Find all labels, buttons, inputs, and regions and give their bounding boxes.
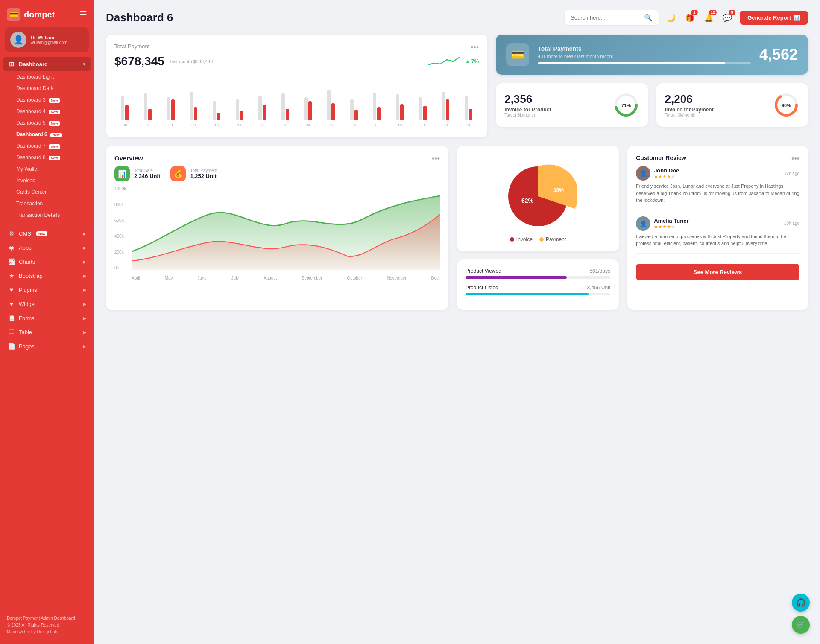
- total-sale-icon: 📊: [114, 166, 130, 181]
- sidebar-item-charts[interactable]: 📈 Charts ▶: [3, 255, 91, 268]
- sidebar-sub-my-wallet[interactable]: My Wallet: [3, 163, 91, 175]
- sidebar-sub-invoices[interactable]: Invoices: [3, 175, 91, 186]
- reviewer-name-1: Amelia Tuner: [654, 218, 781, 224]
- apps-icon: ◉: [8, 244, 15, 251]
- invoice-payment-donut: 90%: [773, 92, 800, 118]
- product-viewed-label: Product Viewed: [466, 268, 501, 274]
- see-more-reviews-button[interactable]: See More Reviews: [636, 264, 800, 280]
- bell-notification-button[interactable]: 🔔 12: [702, 12, 715, 24]
- bar-light: [327, 90, 331, 120]
- sidebar-item-table[interactable]: ☰ Table ▶: [3, 325, 91, 339]
- blue-card-number: 4,562: [759, 46, 798, 64]
- bar-group: [366, 93, 387, 120]
- sidebar-sub-dashboard-dark[interactable]: Dashboard Dark: [3, 83, 91, 94]
- sidebar-item-pages[interactable]: 📄 Pages ▶: [3, 339, 91, 353]
- svg-text:38%: 38%: [554, 187, 564, 193]
- cart-float-button[interactable]: 🛒: [792, 616, 810, 634]
- bar-x-label: 08: [160, 123, 181, 127]
- bar-group: [390, 94, 410, 120]
- sidebar-sub-dashboard-3[interactable]: Dashboard 3 New: [3, 94, 91, 105]
- total-payment-stat-icon: 💰: [170, 166, 186, 181]
- user-card[interactable]: 👤 Hi, William william@gmail.com: [5, 27, 89, 52]
- total-sale-stat: 📊 Total Sale 2,346 Unit: [114, 166, 160, 181]
- footer-brand: Dompet Payment Admin Dashboard: [7, 615, 87, 622]
- bar-red: [263, 105, 266, 120]
- sidebar-sub-dashboard-6[interactable]: Dashboard 6 New: [3, 129, 91, 140]
- overview-more-options[interactable]: •••: [432, 154, 440, 163]
- sidebar-item-label: Apps: [19, 245, 32, 251]
- sidebar-sub-dashboard-5[interactable]: Dashboard 5 New: [3, 117, 91, 128]
- sidebar-sub-transaction-details[interactable]: Transaction Details: [3, 210, 91, 221]
- sidebar-item-label: Plugins: [19, 287, 37, 293]
- generate-report-button[interactable]: Generate Report 📊: [740, 11, 808, 25]
- bar-group: [183, 92, 204, 121]
- product-viewed-stat: Product Viewed 561/days: [466, 268, 610, 279]
- sidebar-sub-transaction[interactable]: Transaction: [3, 198, 91, 209]
- bar-red: [400, 104, 404, 120]
- bar-chart-wrapper: 06070809101112131415161718192021: [114, 73, 479, 129]
- area-chart-svg: [132, 186, 440, 270]
- theme-toggle-button[interactable]: 🌙: [665, 12, 677, 24]
- hamburger-icon[interactable]: ☰: [79, 9, 87, 20]
- headset-float-button[interactable]: 🎧: [792, 594, 810, 612]
- bar-x-label: 19: [412, 123, 433, 127]
- user-email: william@gmail.com: [31, 40, 67, 45]
- sidebar-item-widget[interactable]: ♥ Widget ▶: [3, 297, 91, 311]
- total-payment-card: Total Payment ••• $678,345 last month $5…: [106, 35, 487, 137]
- logo-icon: 💳: [7, 8, 20, 21]
- reviewer-name-0: John Doe: [654, 167, 782, 174]
- bar-light: [396, 94, 399, 120]
- bar-red: [286, 109, 289, 120]
- sidebar-sub-cards-center[interactable]: Cards Center: [3, 186, 91, 198]
- sidebar-sub-dashboard-4[interactable]: Dashboard 4 New: [3, 106, 91, 117]
- bar-x-label: 06: [114, 123, 135, 127]
- search-box: 🔍: [565, 10, 659, 25]
- bar-group: [275, 93, 296, 120]
- review-time-0: 5m ago: [785, 171, 800, 176]
- more-options-button[interactable]: •••: [471, 43, 479, 52]
- sidebar-item-cms[interactable]: ⚙ CMS New ▶: [3, 227, 91, 240]
- gift-notification-button[interactable]: 🎁 2: [683, 12, 696, 24]
- topbar: Dashboard 6 🔍 🌙 🎁 2 🔔 12 💬 5 Generate Re…: [106, 10, 808, 25]
- chat-notification-button[interactable]: 💬 5: [721, 12, 734, 24]
- bar-red: [240, 111, 243, 121]
- invoice-product-card: 2,356 Invoice for Product Target 3k/mont…: [496, 83, 647, 127]
- plugins-icon: ♥: [8, 286, 15, 293]
- chevron-down-icon: ▼: [82, 62, 86, 67]
- bar-group: [252, 96, 273, 121]
- app-logo[interactable]: 💳 dompet: [7, 8, 55, 21]
- trend-up-icon: ▲: [465, 58, 470, 64]
- review-time-1: 10h ago: [784, 221, 800, 226]
- sidebar-item-plugins[interactable]: ♥ Plugins ▶: [3, 283, 91, 297]
- sidebar-sub-dashboard-8[interactable]: Dashboard 8 New: [3, 152, 91, 163]
- review-more-options[interactable]: •••: [791, 154, 800, 163]
- sidebar-item-apps[interactable]: ◉ Apps ▶: [3, 241, 91, 254]
- table-icon: ☰: [8, 329, 15, 335]
- blue-total-payments-card: 💳 Total Payments 431 more to break last …: [496, 35, 808, 75]
- bar-group: [435, 92, 456, 121]
- pie-chart-card: 62% 38% Invoice Payment: [457, 146, 619, 251]
- invoice-payment-label: Invoice for Payment: [665, 107, 714, 113]
- bar-chart: [114, 73, 479, 120]
- payment-legend-item: Payment: [539, 236, 566, 242]
- user-greeting: Hi, William: [31, 35, 67, 40]
- nav-divider: [5, 224, 89, 224]
- total-sale-value: 2,346 Unit: [134, 173, 160, 179]
- bar-group: [229, 99, 250, 121]
- reviewer-stars-1: ★★★★★: [654, 224, 781, 230]
- sidebar-sub-dashboard-7[interactable]: Dashboard 7 New: [3, 140, 91, 152]
- payment-legend-dot: [539, 237, 544, 242]
- area-chart-x-labels: April May June July August September Oct…: [132, 276, 440, 280]
- sidebar-item-dashboard[interactable]: ⊞ Dashboard ▼: [3, 57, 91, 71]
- sidebar-sub-dashboard-light[interactable]: Dashboard Light: [3, 71, 91, 82]
- customer-review-title: Customer Review: [636, 154, 686, 161]
- sidebar-item-label: Charts: [19, 259, 35, 265]
- sidebar-item-forms[interactable]: 📋 Forms ▶: [3, 311, 91, 325]
- reviewer-avatar-0: 👤: [636, 166, 650, 181]
- search-input[interactable]: [571, 15, 641, 21]
- total-payment-stat-label: Total Payment: [190, 168, 217, 173]
- bar-light: [190, 92, 193, 121]
- sidebar-item-bootstrap[interactable]: ★ Bootstrap ▶: [3, 269, 91, 283]
- total-payment-title: Total Payment: [114, 43, 149, 50]
- bar-x-label: 21: [458, 123, 479, 127]
